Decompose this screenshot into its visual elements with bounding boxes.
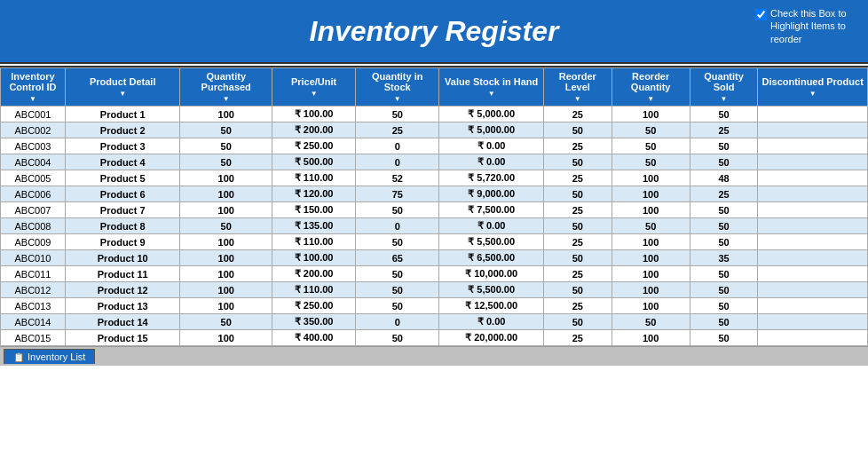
cell-price: ₹ 110.00 xyxy=(272,282,356,298)
cell-qty-sold: 50 xyxy=(690,234,758,250)
cell-qty-sold: 25 xyxy=(690,122,758,138)
table-row[interactable]: ABC010Product 10100₹ 100.0065₹ 6,500.005… xyxy=(1,250,868,266)
cell-price: ₹ 100.00 xyxy=(272,250,356,266)
cell-qty-stock: 50 xyxy=(356,298,439,314)
cell-reorder-level: 25 xyxy=(544,234,612,250)
dropdown-arrow-value-stock[interactable]: ▼ xyxy=(488,90,495,98)
cell-qty-purchased: 50 xyxy=(180,138,272,154)
cell-qty-sold: 50 xyxy=(690,314,758,330)
checkbox-area[interactable]: Check this Box to Highlight Items to reo… xyxy=(755,7,859,45)
table-row[interactable]: ABC006Product 6100₹ 120.0075₹ 9,000.0050… xyxy=(1,186,868,202)
table-row[interactable]: ABC003Product 350₹ 250.000₹ 0.00255050 xyxy=(1,138,868,154)
cell-discontinued xyxy=(758,202,868,218)
th-qty-stock[interactable]: Quantity in Stock ▼ xyxy=(356,68,439,107)
th-value-stock[interactable]: Value Stock in Hand ▼ xyxy=(439,68,544,107)
table-header-row: Inventory Control ID ▼ Product Detail ▼ … xyxy=(1,68,868,107)
table-body: ABC001Product 1100₹ 100.0050₹ 5,000.0025… xyxy=(1,107,868,346)
cell-reorder-level: 25 xyxy=(544,202,612,218)
table-row[interactable]: ABC002Product 250₹ 200.0025₹ 5,000.00505… xyxy=(1,122,868,138)
cell-qty-sold: 50 xyxy=(690,266,758,282)
table-row[interactable]: ABC005Product 5100₹ 110.0052₹ 5,720.0025… xyxy=(1,170,868,186)
cell-value-stock: ₹ 12,500.00 xyxy=(439,298,544,314)
cell-discontinued xyxy=(758,266,868,282)
table-row[interactable]: ABC012Product 12100₹ 110.0050₹ 5,500.005… xyxy=(1,282,868,298)
cell-product: Product 3 xyxy=(65,138,179,154)
cell-qty-purchased: 100 xyxy=(180,107,272,122)
th-reorder-qty[interactable]: Reorder Quantity ▼ xyxy=(612,68,690,107)
cell-discontinued xyxy=(758,250,868,266)
th-qty-sold[interactable]: Quantity Sold ▼ xyxy=(690,68,758,107)
table-row[interactable]: ABC008Product 850₹ 135.000₹ 0.00505050 xyxy=(1,218,868,234)
table-row[interactable]: ABC013Product 13100₹ 250.0050₹ 12,500.00… xyxy=(1,298,868,314)
dropdown-arrow-qty-stock[interactable]: ▼ xyxy=(394,95,401,103)
dropdown-arrow-qty-purchased[interactable]: ▼ xyxy=(223,95,230,103)
table-row[interactable]: ABC001Product 1100₹ 100.0050₹ 5,000.0025… xyxy=(1,107,868,122)
cell-qty-sold: 35 xyxy=(690,250,758,266)
cell-id: ABC005 xyxy=(1,170,66,186)
cell-reorder-level: 50 xyxy=(544,282,612,298)
cell-qty-stock: 0 xyxy=(356,314,439,330)
table-row[interactable]: ABC011Product 11100₹ 200.0050₹ 10,000.00… xyxy=(1,266,868,282)
dropdown-arrow-inv-control-id[interactable]: ▼ xyxy=(29,95,36,103)
cell-value-stock: ₹ 5,500.00 xyxy=(439,282,544,298)
dropdown-arrow-product-detail[interactable]: ▼ xyxy=(119,90,126,98)
table-row[interactable]: ABC009Product 9100₹ 110.0050₹ 5,500.0025… xyxy=(1,234,868,250)
dropdown-arrow-price-unit[interactable]: ▼ xyxy=(311,90,318,98)
cell-qty-sold: 50 xyxy=(690,154,758,170)
th-price-unit[interactable]: Price/Unit ▼ xyxy=(272,68,356,107)
cell-qty-stock: 75 xyxy=(356,186,439,202)
tab-bar: 📋 Inventory List xyxy=(0,346,868,366)
cell-price: ₹ 200.00 xyxy=(272,122,356,138)
cell-qty-sold: 25 xyxy=(690,186,758,202)
cell-product: Product 14 xyxy=(65,314,179,330)
cell-qty-sold: 50 xyxy=(690,330,758,346)
table-row[interactable]: ABC014Product 1450₹ 350.000₹ 0.00505050 xyxy=(1,314,868,330)
cell-discontinued xyxy=(758,282,868,298)
table-row[interactable]: ABC015Product 15100₹ 400.0050₹ 20,000.00… xyxy=(1,330,868,346)
cell-reorder-qty: 100 xyxy=(612,186,690,202)
header-area: Inventory Register Check this Box to Hig… xyxy=(0,0,868,62)
cell-qty-sold: 50 xyxy=(690,298,758,314)
cell-reorder-qty: 50 xyxy=(612,122,690,138)
dropdown-arrow-reorder-qty[interactable]: ▼ xyxy=(647,95,654,103)
th-product-detail[interactable]: Product Detail ▼ xyxy=(65,68,179,107)
cell-id: ABC007 xyxy=(1,202,66,218)
cell-qty-stock: 50 xyxy=(356,266,439,282)
cell-discontinued xyxy=(758,330,868,346)
cell-reorder-level: 25 xyxy=(544,170,612,186)
cell-value-stock: ₹ 7,500.00 xyxy=(439,202,544,218)
dropdown-arrow-reorder-level[interactable]: ▼ xyxy=(574,95,581,103)
cell-price: ₹ 110.00 xyxy=(272,234,356,250)
th-inv-control-id[interactable]: Inventory Control ID ▼ xyxy=(1,68,66,107)
cell-product: Product 6 xyxy=(65,186,179,202)
cell-discontinued xyxy=(758,298,868,314)
cell-value-stock: ₹ 0.00 xyxy=(439,218,544,234)
tab-icon: 📋 xyxy=(13,352,24,362)
cell-discontinued xyxy=(758,170,868,186)
dropdown-arrow-qty-sold[interactable]: ▼ xyxy=(721,95,728,103)
cell-reorder-level: 50 xyxy=(544,154,612,170)
dropdown-arrow-discontinued[interactable]: ▼ xyxy=(809,90,817,98)
cell-reorder-level: 50 xyxy=(544,314,612,330)
cell-id: ABC009 xyxy=(1,234,66,250)
cell-qty-stock: 0 xyxy=(356,218,439,234)
cell-qty-purchased: 50 xyxy=(180,154,272,170)
highlight-checkbox[interactable] xyxy=(755,9,767,20)
cell-qty-stock: 65 xyxy=(356,250,439,266)
table-row[interactable]: ABC004Product 450₹ 500.000₹ 0.00505050 xyxy=(1,154,868,170)
cell-qty-purchased: 100 xyxy=(180,282,272,298)
cell-qty-sold: 50 xyxy=(690,218,758,234)
cell-reorder-qty: 100 xyxy=(612,330,690,346)
th-discontinued[interactable]: Discontinued Product ▼ xyxy=(758,68,868,107)
table-row[interactable]: ABC007Product 7100₹ 150.0050₹ 7,500.0025… xyxy=(1,202,868,218)
cell-qty-sold: 50 xyxy=(690,282,758,298)
th-reorder-level[interactable]: Reorder Level ▼ xyxy=(544,68,612,107)
cell-price: ₹ 250.00 xyxy=(272,298,356,314)
cell-value-stock: ₹ 5,000.00 xyxy=(439,107,544,122)
tab-inventory-list[interactable]: 📋 Inventory List xyxy=(4,349,95,364)
cell-discontinued xyxy=(758,138,868,154)
cell-reorder-level: 50 xyxy=(544,186,612,202)
th-qty-purchased[interactable]: Quantity Purchased ▼ xyxy=(180,68,272,107)
cell-qty-sold: 50 xyxy=(690,202,758,218)
cell-reorder-qty: 50 xyxy=(612,138,690,154)
